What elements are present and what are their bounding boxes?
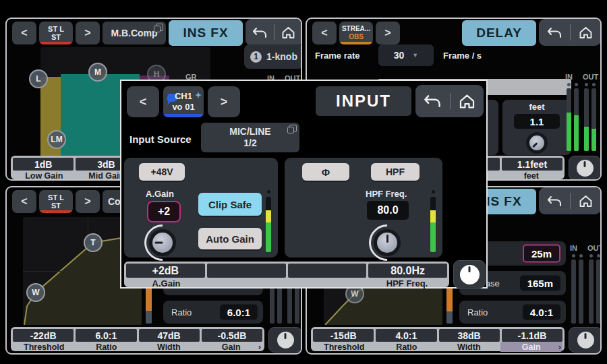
attack-value[interactable]: 25m [523,245,560,263]
selected-underline [163,114,204,117]
param-row-ratio[interactable]: Ratio 4.0:1 [459,301,566,324]
param-row-ratio[interactable]: Ratio 6.0:1 [163,301,263,324]
param-strip: +2dB 80.0Hz A.Gain HPF Freq. [124,262,449,287]
meter-dot [572,254,575,257]
home-icon[interactable] [579,195,593,208]
strip-knob-button[interactable] [569,327,602,353]
in-meter [571,260,576,324]
one-knob-button[interactable]: 1 1-knob [244,44,302,69]
meter-dot [589,254,593,257]
back-icon[interactable] [547,195,562,207]
prev-channel-button[interactable]: < [12,190,36,213]
again-level-meter [266,197,271,252]
release-value[interactable]: 165m [520,276,560,291]
strip-cell[interactable]: 47dB [139,329,200,342]
next-channel-button[interactable]: > [208,86,240,117]
next-channel-button[interactable]: > [376,22,400,44]
meter-dot [567,83,571,86]
again-value[interactable]: +2 [147,201,181,222]
strip-cell[interactable]: -15dB [313,329,374,342]
again-knob[interactable] [149,229,176,256]
input-dialog: < CH1 vo 01 > INPUT Input Source MIC/LIN… [120,80,488,289]
more-params-arrow[interactable]: › [258,342,261,352]
in-meter [579,260,583,324]
comp-node-t[interactable]: T [84,233,103,252]
strip-knob-button[interactable] [453,260,486,289]
strip-cell[interactable]: 1.1feet [502,158,562,171]
strip-cell[interactable]: 6.0:1 [76,329,136,342]
meter-dot [267,190,270,193]
knob-icon [460,265,480,284]
feet-unit-label: feet [502,102,571,112]
channel-select-button[interactable]: STREA... OBS [339,22,373,44]
nav-box [415,85,484,117]
next-channel-button[interactable]: > [76,190,100,213]
feet-value[interactable]: 1.1 [514,114,560,129]
param-strip: -22dB 6.0:1 47dB -0.5dB Threshold Ratio … [11,327,264,351]
meter-dot [432,190,435,193]
hpf-freq-label: HPF Freq. [366,189,407,199]
hpf-button[interactable]: HPF [371,163,420,181]
again-label: A.Gain [146,189,174,199]
out-label: OUT [583,73,598,81]
strip-cell[interactable] [288,264,367,278]
tab-ins-fx[interactable]: INS FX [169,20,243,46]
dropdown-arrow-icon: ▼ [412,52,418,59]
clip-safe-button[interactable]: Clip Safe [198,193,262,216]
prev-channel-button[interactable]: < [127,86,159,117]
strip-cell[interactable]: 80.0Hz [368,264,447,278]
back-icon[interactable] [424,94,441,108]
band-node-lm[interactable]: LM [47,130,66,149]
home-icon[interactable] [459,94,475,109]
process-select-button[interactable]: M.B.Comp [103,22,166,44]
more-params-arrow[interactable]: › [558,342,561,352]
phantom-48v-button[interactable]: +48V [139,163,185,181]
page-title: INPUT [316,86,411,116]
ratio-value[interactable]: 4.0:1 [523,305,560,320]
frame-rate-dropdown[interactable]: 30 ▼ [378,44,434,66]
auto-gain-button[interactable]: Auto Gain [198,228,262,249]
home-icon[interactable] [579,26,593,39]
ratio-value[interactable]: 6.0:1 [220,305,258,320]
next-channel-button[interactable]: > [76,22,100,44]
hpf-freq-value[interactable]: 80.0 [367,201,409,220]
strip-cell-selected[interactable]: -1.1dB [502,329,562,342]
strip-cell[interactable] [207,264,286,278]
comp-node-w[interactable]: W [26,283,45,302]
strip-cell[interactable]: +2dB [126,264,205,278]
strip-cell[interactable]: 38dB [439,329,500,342]
selected-underline [39,42,73,44]
home-icon[interactable] [281,26,295,39]
back-icon[interactable] [547,27,562,38]
strip-cell[interactable]: 4.0:1 [376,329,436,342]
out-meter [596,260,601,324]
out-meter [589,260,594,324]
prev-channel-button[interactable]: < [12,22,36,44]
input-source-button[interactable]: MIC/LINE 1/2 [201,123,299,152]
strip-cell[interactable]: -22dB [13,329,74,342]
strip-knob-button[interactable] [569,156,601,181]
channel-select-button[interactable]: CH1 vo 01 [163,86,204,117]
strip-cell[interactable]: 1dB [13,158,74,171]
phase-hpf-section: Φ HPF HPF Freq. 80.0 [285,158,442,257]
meter-dot [592,83,596,86]
prev-channel-button[interactable]: < [312,22,337,44]
out-label: OUT [587,244,602,252]
copy-icon [156,24,163,31]
phase-button[interactable]: Φ [302,163,349,181]
strip-cell[interactable]: -0.5dB [202,329,262,342]
frame-rate-label: Frame rate [315,51,359,61]
knob-icon [577,332,594,348]
nav-box [539,19,601,46]
back-icon[interactable] [252,27,267,38]
feet-knob[interactable] [526,132,548,154]
channel-select-button[interactable]: ST L ST [39,22,73,44]
copy-icon [289,125,297,132]
strip-knob-button[interactable] [268,327,302,353]
band-node-l[interactable]: L [29,69,48,88]
tab-delay[interactable]: DELAY [462,20,536,46]
meter-dot [585,83,588,86]
channel-select-button[interactable]: ST L ST [39,190,73,213]
hpf-knob[interactable] [374,229,401,256]
band-node-m[interactable]: M [88,63,107,82]
